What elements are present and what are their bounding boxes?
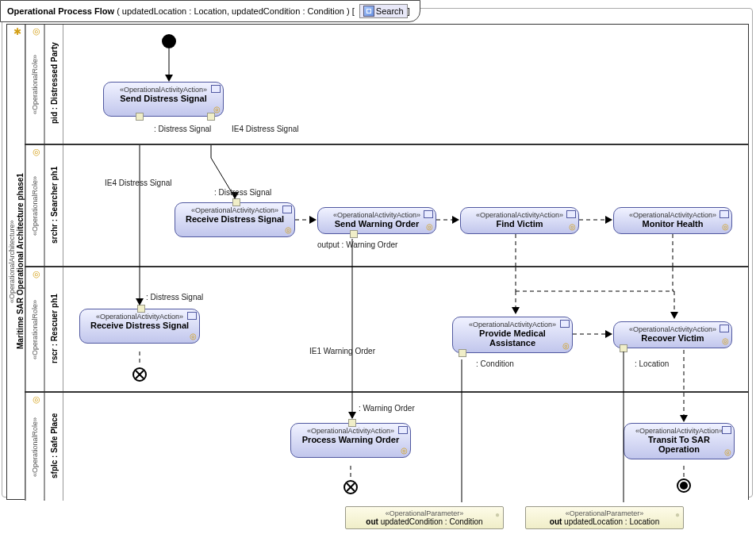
edge-label: IE4 Distress Signal	[105, 179, 171, 187]
pin	[348, 419, 356, 427]
lane1-header-right[interactable]: pid : Distressed Party	[44, 25, 64, 144]
param-updated-location[interactable]: «OperationalParameter» out out updatedLo…	[525, 506, 684, 529]
gear-icon: ✱	[12, 26, 23, 37]
activity-final-node[interactable]	[677, 478, 691, 493]
lane2-header-left[interactable]: ◎ «OperationalRole»	[25, 145, 44, 266]
edge-label: output : Warning Order	[317, 240, 397, 249]
act-stereo: «OperationalActivityAction»	[323, 211, 431, 219]
act-stereo: «OperationalActivityAction»	[296, 427, 405, 435]
lane2-header-right[interactable]: srchr : Searcher ph1	[44, 145, 64, 266]
role-icon: ◎	[33, 394, 43, 405]
search-button[interactable]: Search	[359, 4, 408, 18]
param-stereo: «OperationalParameter»	[531, 509, 678, 517]
lane4-header-left[interactable]: ◎ «OperationalRole»	[25, 393, 44, 501]
lane3-header-right[interactable]: rscr : Rescuer ph1	[44, 267, 64, 391]
arrowhead-icon	[136, 298, 144, 305]
corner-icon	[282, 206, 292, 213]
action-receive-distress-rescuer[interactable]: «OperationalActivityAction» Receive Dist…	[79, 309, 200, 344]
outer-name: Maritime SAR Operational Architecture ph…	[16, 173, 25, 349]
outer-partition: ✱ «OperationalArchitecture» Maritime SAR…	[6, 24, 749, 500]
frame-tab: Operational Process Flow ( updatedLocati…	[0, 0, 420, 22]
arrowhead-icon	[309, 216, 317, 224]
act-stereo: «OperationalActivityAction»	[629, 427, 729, 435]
param-stereo: «OperationalParameter»	[351, 509, 498, 517]
param-dot-icon: ●	[495, 510, 500, 519]
action-transit-sar[interactable]: «OperationalActivityAction» Transit To S…	[624, 423, 735, 459]
corner-icon	[398, 426, 408, 434]
dot-icon: ◎	[722, 336, 729, 345]
edge-label: : Condition	[476, 359, 514, 368]
lane-rescuer: ◎ «OperationalRole» rscr : Rescuer ph1 «…	[25, 266, 748, 391]
corner-icon	[187, 312, 197, 320]
lane4-header-right[interactable]: sfplc : Safe Place	[44, 393, 64, 501]
action-send-distress[interactable]: «OperationalActivityAction» Send Distres…	[103, 82, 224, 117]
initial-node[interactable]	[162, 34, 176, 48]
lane3-header-left[interactable]: ◎ «OperationalRole»	[25, 267, 44, 391]
act-name: Find Victim	[466, 219, 574, 229]
action-process-warning[interactable]: «OperationalActivityAction» Process Warn…	[290, 423, 411, 458]
pin	[350, 230, 358, 238]
arrowhead-icon	[452, 216, 459, 224]
action-send-warning[interactable]: «OperationalActivityAction» Send Warning…	[317, 207, 436, 234]
act-name: Send Warning Order	[323, 219, 431, 229]
act-stereo: «OperationalActivityAction»	[619, 325, 727, 333]
act-stereo: «OperationalActivityAction»	[109, 86, 218, 94]
arrowhead-icon	[165, 75, 173, 82]
corner-icon	[560, 320, 570, 328]
lane3-body: «OperationalActivityAction» Receive Dist…	[63, 267, 748, 391]
act-name: Transit To SAR Operation	[629, 435, 729, 454]
action-recover-victim[interactable]: «OperationalActivityAction» Recover Vict…	[613, 321, 732, 348]
arrowhead-icon	[348, 412, 356, 419]
pin	[207, 113, 215, 121]
action-monitor-health[interactable]: «OperationalActivityAction» Monitor Heal…	[613, 207, 732, 234]
outer-stereo: «OperationalArchitecture»	[8, 173, 16, 351]
arrowhead-icon	[680, 415, 688, 422]
lane-distressed-party: ◎ «OperationalRole» pid : Distressed Par…	[25, 25, 748, 144]
lane1-header-left[interactable]: ◎ «OperationalRole»	[25, 25, 44, 144]
arrowhead-icon	[670, 312, 678, 319]
act-stereo: «OperationalActivityAction»	[619, 211, 727, 219]
lane-searcher: ◎ «OperationalRole» srchr : Searcher ph1…	[25, 144, 748, 266]
act-stereo: «OperationalActivityAction»	[85, 313, 194, 321]
edge-label: : Distress Signal	[146, 293, 203, 302]
corner-icon	[720, 325, 729, 332]
pin	[137, 305, 145, 313]
edge-label: IE1 Warning Order	[309, 347, 375, 355]
lane-safe-place: ◎ «OperationalRole» sfplc : Safe Place «…	[25, 391, 748, 501]
corner-icon	[722, 426, 731, 434]
outer-partition-header[interactable]: ✱ «OperationalArchitecture» Maritime SAR…	[6, 24, 25, 500]
action-provide-medical[interactable]: «OperationalActivityAction» Provide Medi…	[452, 317, 573, 353]
frame-title: Operational Process Flow	[7, 6, 114, 16]
flow-final-node-2[interactable]	[343, 480, 358, 494]
dot-icon: ◎	[722, 222, 729, 231]
act-name: Send Distress Signal	[109, 94, 218, 103]
corner-icon	[566, 210, 576, 218]
dot-icon: ◎	[569, 222, 576, 231]
param-dot-icon: ●	[675, 510, 680, 519]
frame-params: ( updatedLocation : Location, updatedCon…	[114, 6, 355, 16]
action-receive-distress-searcher[interactable]: «OperationalActivityAction» Receive Dist…	[175, 202, 295, 237]
act-name: Receive Distress Signal	[85, 321, 194, 330]
flow-final-node[interactable]	[132, 367, 147, 382]
lane3-stereo: «OperationalRole»	[31, 299, 39, 359]
lane4-body: «OperationalActivityAction» Process Warn…	[63, 393, 748, 501]
role-icon: ◎	[33, 147, 43, 157]
edge-label: : Distress Signal	[154, 125, 211, 133]
pin	[459, 349, 466, 357]
dot-icon: ◎	[285, 225, 292, 234]
edge-label: : Location	[635, 359, 669, 368]
search-icon	[363, 6, 374, 17]
role-icon: ◎	[33, 26, 43, 36]
param-updated-condition[interactable]: «OperationalParameter» out out updatedCo…	[345, 506, 504, 529]
arrowhead-icon	[605, 216, 612, 224]
role-icon: ◎	[33, 269, 43, 279]
search-label: Search	[376, 6, 404, 16]
act-stereo: «OperationalActivityAction»	[180, 206, 290, 214]
edge-label: : Warning Order	[359, 404, 415, 413]
pin	[620, 344, 627, 352]
corner-icon	[424, 210, 433, 218]
action-find-victim[interactable]: «OperationalActivityAction» Find Victim …	[460, 207, 579, 234]
lane1-stereo: «OperationalRole»	[31, 54, 39, 113]
edge-label: IE4 Distress Signal	[232, 125, 298, 133]
dot-icon: ◎	[562, 341, 570, 350]
